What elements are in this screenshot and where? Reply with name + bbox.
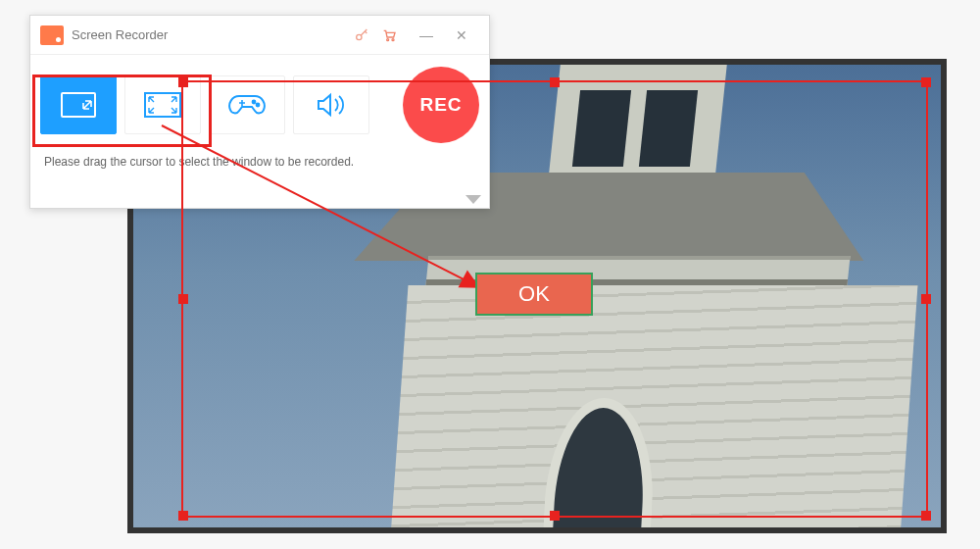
mode-game[interactable] bbox=[209, 75, 285, 134]
scene-cupola-window bbox=[572, 90, 631, 167]
key-icon[interactable] bbox=[354, 27, 381, 43]
app-logo-icon bbox=[40, 25, 64, 45]
cart-icon[interactable] bbox=[381, 27, 409, 43]
record-button[interactable]: REC bbox=[403, 67, 479, 143]
svg-rect-3 bbox=[62, 93, 95, 117]
close-button[interactable]: ✕ bbox=[444, 27, 479, 43]
mode-fullscreen[interactable] bbox=[124, 75, 201, 134]
svg-point-6 bbox=[257, 104, 260, 107]
mode-audio[interactable] bbox=[293, 75, 369, 134]
svg-point-0 bbox=[357, 34, 362, 39]
window-title: Screen Recorder bbox=[72, 27, 354, 42]
svg-point-1 bbox=[387, 38, 389, 40]
minimize-button[interactable]: — bbox=[409, 27, 444, 43]
scene-cupola-window bbox=[639, 90, 698, 167]
scene-wall bbox=[388, 285, 918, 533]
expand-toggle-icon[interactable] bbox=[466, 195, 481, 204]
hint-text: Please drag the cursor to select the win… bbox=[30, 145, 489, 169]
svg-point-2 bbox=[392, 38, 394, 40]
recorder-window: Screen Recorder — ✕ bbox=[29, 15, 490, 209]
titlebar: Screen Recorder — ✕ bbox=[30, 16, 489, 55]
mode-toolbar: REC bbox=[30, 55, 489, 145]
ok-button[interactable]: OK bbox=[475, 273, 593, 316]
mode-custom-region[interactable] bbox=[40, 75, 117, 134]
svg-point-5 bbox=[253, 101, 256, 104]
